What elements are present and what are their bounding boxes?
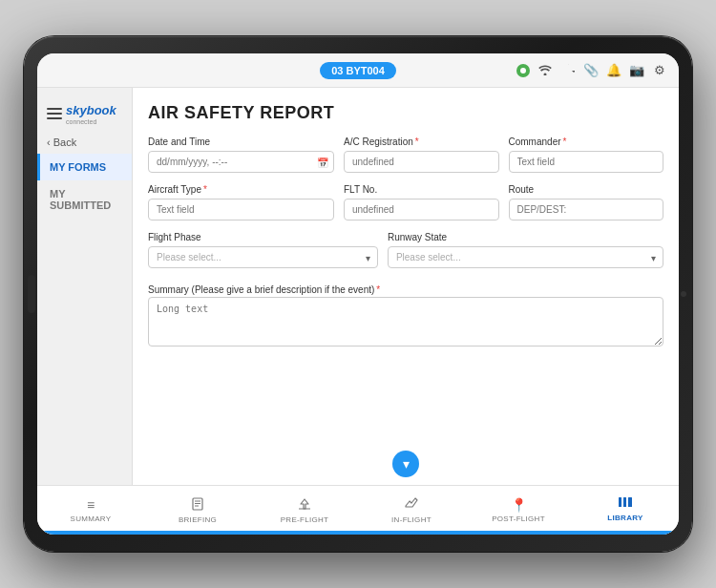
brand-sub: connected bbox=[66, 118, 116, 125]
back-label: Back bbox=[53, 136, 76, 148]
sync-icon bbox=[560, 63, 576, 78]
brand-name: skybook bbox=[66, 103, 116, 117]
required-star: * bbox=[415, 136, 419, 147]
nav-item-briefing[interactable]: BRIEFING bbox=[144, 486, 251, 535]
date-time-label: Date and Time bbox=[148, 136, 334, 147]
back-chevron-icon: ‹ bbox=[47, 136, 51, 148]
scroll-down-button[interactable]: ▾ bbox=[392, 451, 419, 477]
form-title: AIR SAFETY REPORT bbox=[148, 103, 663, 123]
flight-phase-label: Flight Phase bbox=[148, 232, 378, 242]
svg-rect-6 bbox=[623, 497, 626, 507]
inflight-nav-label: IN-FLIGHT bbox=[391, 515, 432, 524]
date-time-input[interactable] bbox=[148, 151, 334, 173]
summary-label: Summary (Please give a brief description… bbox=[148, 284, 380, 295]
flight-id-pill: 03 BYT004 bbox=[320, 62, 396, 79]
required-star-4: * bbox=[376, 284, 380, 295]
postflight-nav-icon: 📍 bbox=[511, 497, 527, 513]
aircraft-type-group: Aircraft Type* bbox=[148, 184, 334, 220]
route-input[interactable] bbox=[509, 199, 664, 220]
flt-no-group: FLT No. bbox=[344, 184, 499, 220]
library-nav-icon bbox=[618, 495, 633, 512]
summary-nav-label: SUMMARY bbox=[71, 514, 112, 523]
status-icons: 📎 🔔 📷 ⚙ bbox=[516, 63, 667, 78]
runway-state-select[interactable]: Please select... bbox=[388, 246, 663, 268]
tablet-screen: 03 BYT004 📎 🔔 📷 ⚙ bbox=[37, 53, 679, 535]
ac-registration-group: A/C Registration* bbox=[344, 136, 499, 173]
wifi-icon bbox=[537, 63, 553, 78]
commander-group: Commander* bbox=[509, 136, 664, 173]
runway-state-select-wrapper: Please select... ▾ bbox=[388, 246, 663, 268]
date-input-wrapper: 📅 bbox=[148, 151, 334, 173]
bottom-nav: ≡ SUMMARY BRIEFING PRE-FLIGHT IN-FLIGHT bbox=[37, 485, 679, 535]
nav-item-preflight[interactable]: PRE-FLIGHT bbox=[251, 486, 358, 535]
hamburger-icon[interactable] bbox=[47, 108, 62, 119]
required-star-3: * bbox=[203, 184, 207, 195]
preflight-nav-icon bbox=[297, 497, 312, 514]
chevron-down-icon: ▾ bbox=[403, 456, 410, 472]
camera-icon: 📷 bbox=[629, 63, 644, 78]
sidebar-item-my-forms[interactable]: MY FORMS bbox=[37, 154, 132, 180]
my-forms-label: MY FORMS bbox=[50, 161, 106, 173]
runway-state-group: Runway State Please select... ▾ bbox=[388, 232, 663, 268]
camera bbox=[681, 291, 686, 297]
library-nav-label: LIBRARY bbox=[607, 514, 642, 522]
my-submitted-label: MY SUBMITTED bbox=[50, 188, 111, 211]
svg-rect-5 bbox=[619, 497, 621, 507]
tablet-device: 03 BYT004 📎 🔔 📷 ⚙ bbox=[24, 36, 692, 552]
nav-item-inflight[interactable]: IN-FLIGHT bbox=[358, 486, 465, 535]
svg-rect-7 bbox=[628, 497, 632, 507]
main-content: AIR SAFETY REPORT Date and Time 📅 A/C Re… bbox=[133, 88, 679, 485]
commander-input[interactable] bbox=[509, 151, 664, 173]
form-row-3: Flight Phase Please select... ▾ Runway S… bbox=[148, 232, 663, 268]
briefing-nav-icon bbox=[191, 497, 204, 514]
route-label: Route bbox=[509, 184, 664, 195]
inflight-nav-icon bbox=[404, 497, 419, 514]
summary-nav-icon: ≡ bbox=[87, 497, 95, 513]
route-group: Route bbox=[509, 184, 664, 220]
sidebar: skybook connected ‹ Back MY FORMS MY SUB… bbox=[37, 88, 133, 485]
required-star-2: * bbox=[563, 136, 567, 147]
app-layout: skybook connected ‹ Back MY FORMS MY SUB… bbox=[37, 88, 679, 485]
ac-registration-input[interactable] bbox=[344, 151, 499, 173]
sliders-icon: ⚙ bbox=[652, 63, 667, 78]
ac-registration-label: A/C Registration* bbox=[344, 136, 499, 147]
blue-bottom-bar bbox=[37, 531, 679, 535]
nav-item-summary[interactable]: ≡ SUMMARY bbox=[37, 486, 144, 535]
briefing-nav-label: BRIEFING bbox=[179, 515, 217, 524]
sidebar-item-my-submitted[interactable]: MY SUBMITTED bbox=[37, 180, 132, 219]
aircraft-type-label: Aircraft Type* bbox=[148, 184, 334, 195]
bell-icon: 🔔 bbox=[606, 63, 621, 78]
runway-state-label: Runway State bbox=[388, 232, 663, 242]
gps-icon bbox=[516, 64, 530, 77]
status-bar: 03 BYT004 📎 🔔 📷 ⚙ bbox=[37, 53, 679, 88]
date-time-group: Date and Time 📅 bbox=[148, 136, 334, 173]
sidebar-header: skybook connected bbox=[37, 95, 132, 131]
preflight-nav-label: PRE-FLIGHT bbox=[281, 515, 329, 524]
flt-no-input[interactable] bbox=[344, 199, 499, 220]
nav-item-library[interactable]: LIBRARY bbox=[572, 486, 679, 535]
flight-phase-select-wrapper: Please select... ▾ bbox=[148, 246, 378, 268]
form-row-1: Date and Time 📅 A/C Registration* bbox=[148, 136, 663, 173]
flt-no-label: FLT No. bbox=[344, 184, 499, 195]
form-row-2: Aircraft Type* FLT No. Route bbox=[148, 184, 663, 220]
brand-container: skybook connected bbox=[66, 101, 116, 125]
home-button[interactable] bbox=[28, 275, 35, 313]
summary-textarea[interactable] bbox=[148, 297, 663, 346]
postflight-nav-label: POST-FLIGHT bbox=[492, 514, 545, 523]
commander-label: Commander* bbox=[509, 136, 664, 147]
flight-phase-select[interactable]: Please select... bbox=[148, 246, 378, 268]
bookmark-icon: 📎 bbox=[583, 63, 599, 78]
summary-group: Summary (Please give a brief description… bbox=[148, 280, 663, 350]
flight-phase-group: Flight Phase Please select... ▾ bbox=[148, 232, 378, 268]
back-link[interactable]: ‹ Back bbox=[37, 131, 132, 154]
nav-item-postflight[interactable]: 📍 POST-FLIGHT bbox=[465, 486, 572, 535]
aircraft-type-input[interactable] bbox=[148, 199, 334, 220]
